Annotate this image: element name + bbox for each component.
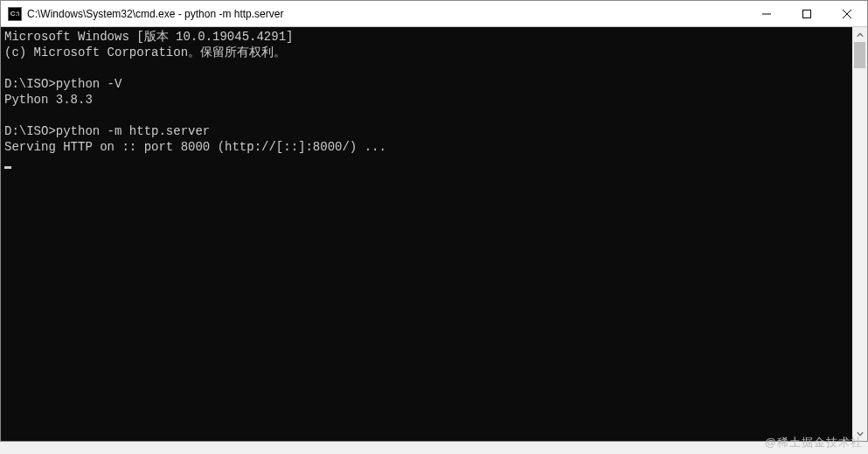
terminal-line: (c) Microsoft Corporation。保留所有权利。 [4,45,852,60]
terminal-line: D:\ISO>python -V [4,76,852,92]
scrollbar-thumb[interactable] [854,42,865,68]
window-title: C:\Windows\System32\cmd.exe - python -m … [27,8,746,20]
cmd-icon: C:\ [8,7,22,21]
titlebar[interactable]: C:\ C:\Windows\System32\cmd.exe - python… [1,1,867,27]
close-icon [843,10,851,18]
terminal-line: D:\ISO>python -m http.server [4,123,852,139]
minimize-button[interactable] [746,1,787,26]
cmd-window: C:\ C:\Windows\System32\cmd.exe - python… [0,0,868,442]
terminal-line: Python 3.8.3 [4,92,852,108]
scrollbar-track[interactable] [852,42,867,426]
window-controls [746,1,867,26]
cursor [4,166,11,169]
svg-rect-1 [803,10,811,17]
terminal-area: Microsoft Windows [版本 10.0.19045.4291](c… [1,27,867,441]
terminal-line: Microsoft Windows [版本 10.0.19045.4291] [4,29,852,45]
chevron-up-icon [857,31,864,38]
maximize-button[interactable] [787,1,827,26]
vertical-scrollbar[interactable] [852,27,867,441]
scroll-up-button[interactable] [852,27,867,42]
scroll-down-button[interactable] [852,426,867,441]
terminal-line: Serving HTTP on :: port 8000 (http://[::… [4,139,852,155]
terminal-output[interactable]: Microsoft Windows [版本 10.0.19045.4291](c… [1,27,852,441]
minimize-icon [762,10,771,18]
cursor-line [4,155,852,171]
maximize-icon [802,10,811,18]
close-button[interactable] [827,1,867,26]
terminal-line [4,60,852,76]
terminal-line [4,108,852,123]
chevron-down-icon [857,430,864,437]
